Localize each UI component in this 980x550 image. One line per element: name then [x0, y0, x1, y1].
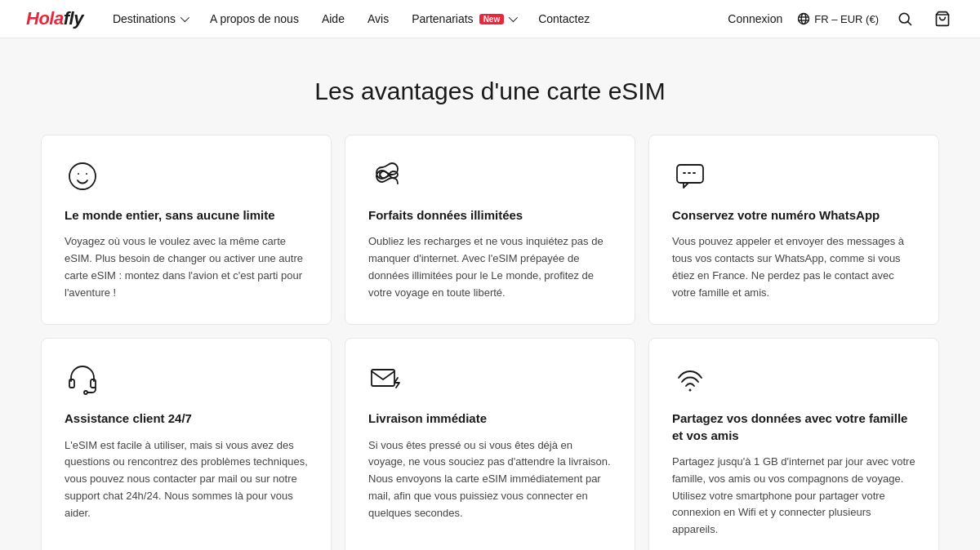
- new-badge: New: [479, 14, 505, 24]
- nav-partenariats[interactable]: Partenariats New: [412, 12, 515, 25]
- card-title-4: Livraison immédiate: [368, 410, 612, 427]
- svg-point-9: [86, 173, 87, 175]
- brand-logo[interactable]: Holafly: [26, 8, 83, 29]
- page-title: Les avantages d'une carte eSIM: [33, 78, 947, 105]
- svg-point-1: [801, 14, 806, 24]
- card-title-1: Forfaits données illimitées: [368, 207, 612, 224]
- cart-icon: [934, 11, 951, 27]
- card-text-4: Si vous êtes pressé ou si vous êtes déjà…: [368, 437, 612, 522]
- card-icon-headset: [65, 361, 308, 397]
- svg-point-16: [84, 391, 87, 394]
- svg-rect-10: [677, 165, 703, 183]
- card-title-3: Assistance client 24/7: [65, 410, 308, 427]
- svg-point-8: [78, 173, 79, 175]
- svg-line-5: [908, 22, 911, 25]
- card-delivery: Livraison immédiate Si vous êtes pressé …: [345, 338, 635, 550]
- card-support: Assistance client 24/7 L'eSIM est facile…: [41, 338, 332, 550]
- globe-icon: [797, 12, 810, 25]
- features-grid: Le monde entier, sans aucune limite Voya…: [41, 135, 939, 550]
- svg-point-0: [799, 14, 809, 24]
- card-text-3: L'eSIM est facile à utiliser, mais si vo…: [65, 437, 308, 522]
- card-share: Partagez vos données avec votre famille …: [648, 338, 939, 550]
- svg-rect-17: [372, 370, 394, 386]
- card-world: Le monde entier, sans aucune limite Voya…: [41, 135, 332, 325]
- nav-about[interactable]: A propos de nous: [210, 12, 299, 25]
- chevron-down-icon: [509, 13, 518, 22]
- nav-avis[interactable]: Avis: [368, 12, 389, 25]
- card-icon-smiley: [65, 158, 308, 194]
- search-icon: [897, 11, 913, 27]
- card-text-1: Oubliez les recharges et ne vous inquiét…: [368, 233, 612, 301]
- cart-button[interactable]: [931, 7, 954, 30]
- nav-contactez[interactable]: Contactez: [538, 12, 590, 25]
- svg-rect-15: [91, 379, 96, 388]
- card-whatsapp: Conservez votre numéro WhatsApp Vous pou…: [648, 135, 939, 325]
- card-title-0: Le monde entier, sans aucune limite: [65, 207, 308, 224]
- card-text-5: Partagez jusqu'à 1 GB d'internet par jou…: [672, 454, 915, 539]
- card-text-2: Vous pouvez appeler et envoyer des messa…: [672, 233, 915, 301]
- connexion-link[interactable]: Connexion: [728, 12, 782, 25]
- nav-links: Destinations A propos de nous Aide Avis …: [113, 12, 728, 25]
- chevron-down-icon: [180, 13, 189, 22]
- card-title-2: Conservez votre numéro WhatsApp: [672, 207, 915, 224]
- card-icon-infinity: [368, 158, 612, 194]
- svg-rect-14: [69, 379, 74, 388]
- card-icon-wifi: [672, 361, 915, 397]
- navbar: Holafly Destinations A propos de nous Ai…: [0, 0, 980, 38]
- card-icon-chat: [672, 158, 915, 194]
- nav-destinations[interactable]: Destinations: [113, 12, 187, 25]
- main-content: Les avantages d'une carte eSIM Le monde …: [0, 38, 980, 550]
- svg-point-18: [689, 389, 692, 392]
- locale-selector[interactable]: FR – EUR (€): [797, 12, 879, 25]
- search-button[interactable]: [893, 7, 916, 30]
- card-title-5: Partagez vos données avec votre famille …: [672, 410, 915, 444]
- card-unlimited: Forfaits données illimitées Oubliez les …: [345, 135, 635, 325]
- card-text-0: Voyagez où vous le voulez avec la même c…: [65, 233, 308, 301]
- nav-aide[interactable]: Aide: [322, 12, 345, 25]
- svg-point-7: [69, 163, 96, 189]
- nav-right: Connexion FR – EUR (€): [728, 7, 954, 30]
- card-icon-email-flash: [368, 361, 612, 397]
